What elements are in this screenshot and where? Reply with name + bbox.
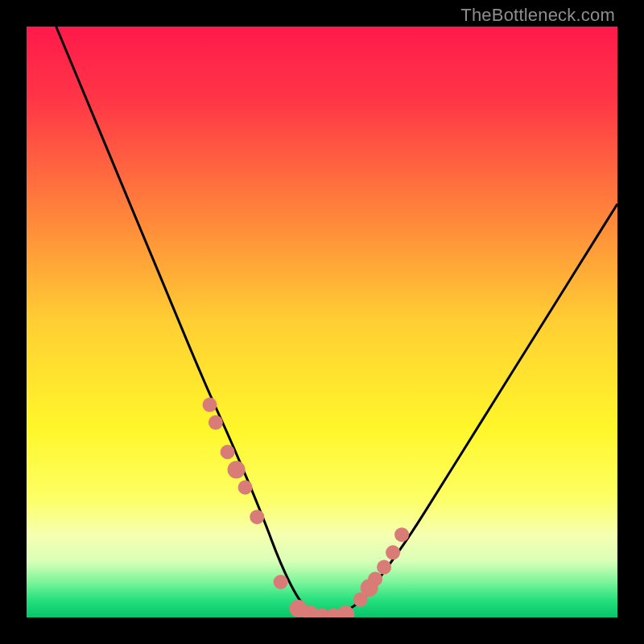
highlight-dot: [228, 461, 246, 479]
highlight-dot: [250, 510, 264, 524]
highlight-dot: [208, 415, 223, 430]
bottleneck-curve: [56, 27, 617, 617]
highlight-dots: [203, 398, 410, 617]
curve-layer: [27, 27, 617, 617]
plot-area: [27, 27, 617, 617]
highlight-dot: [203, 398, 217, 412]
watermark-text: TheBottleneck.com: [460, 5, 615, 26]
highlight-dot: [368, 572, 382, 586]
highlight-dot: [238, 481, 253, 495]
highlight-dot: [274, 575, 288, 589]
highlight-dot: [394, 527, 409, 542]
highlight-dot: [221, 445, 235, 460]
highlight-dot: [386, 545, 400, 559]
highlight-dot: [377, 560, 391, 575]
chart-frame: TheBottleneck.com: [0, 0, 644, 644]
